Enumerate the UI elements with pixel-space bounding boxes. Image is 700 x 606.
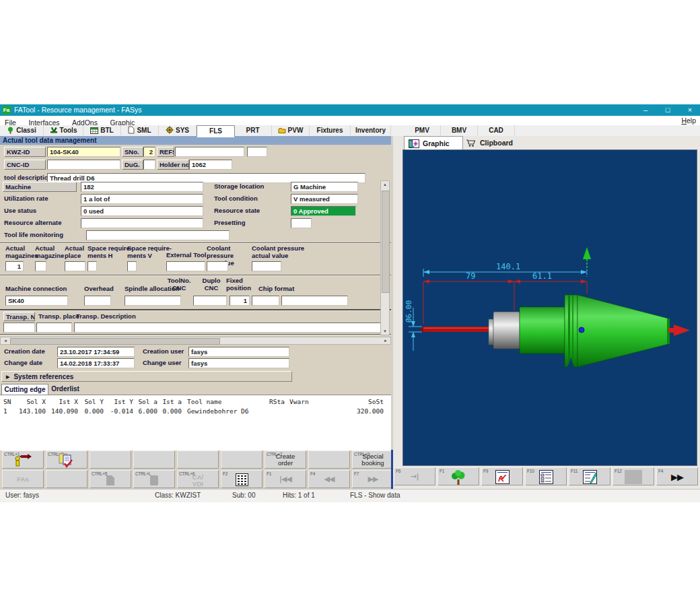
- tab-cad[interactable]: CAD: [478, 125, 515, 135]
- tab-sys[interactable]: SYS: [159, 125, 197, 135]
- button-copy-booking[interactable]: CTRL+2: [46, 450, 88, 469]
- close-button[interactable]: ×: [680, 104, 700, 116]
- presetting-input[interactable]: [291, 218, 312, 228]
- document-report-button[interactable]: F9: [481, 467, 523, 485]
- cnc-id-label-button[interactable]: CNC-ID: [4, 160, 46, 170]
- tab-inventory[interactable]: Inventory: [351, 125, 391, 135]
- use-status-input[interactable]: 0 used: [81, 206, 203, 216]
- col-ist-a[interactable]: Ist a: [158, 398, 182, 407]
- actual-place-input[interactable]: [65, 261, 85, 271]
- toolbar-button-empty[interactable]: [133, 450, 175, 469]
- scroll-down-icon[interactable]: ▼: [381, 329, 389, 333]
- toolbar-button-empty[interactable]: [308, 450, 350, 469]
- document-list-button[interactable]: F10: [525, 467, 567, 485]
- previous-record-button[interactable]: F4◀◀: [308, 470, 350, 488]
- holder-no-input[interactable]: 1062: [189, 160, 232, 170]
- next-record-button[interactable]: F7▶▶: [352, 470, 394, 488]
- scroll-right-icon[interactable]: ►: [382, 339, 390, 343]
- serial-no-label-button[interactable]: SNo.: [122, 147, 143, 157]
- transp-description-input[interactable]: [74, 323, 386, 333]
- table-view-button[interactable]: F2: [221, 470, 262, 488]
- transp-no-input[interactable]: [3, 323, 35, 333]
- document-edit-button[interactable]: F11: [569, 467, 610, 485]
- col-sol-a[interactable]: Sol a: [133, 398, 158, 407]
- col-ist-y[interactable]: Ist Y: [104, 398, 133, 407]
- scrollbar-thumb[interactable]: [382, 191, 390, 293]
- horizontal-scrollbar[interactable]: ◄ ►: [0, 337, 391, 345]
- space-requirements-h-input[interactable]: [88, 261, 97, 271]
- blank-button[interactable]: F12: [612, 467, 654, 485]
- tab-bmv[interactable]: BMV: [441, 125, 478, 135]
- document-button[interactable]: CTRL+L: [133, 470, 175, 488]
- tab-btl[interactable]: BTL: [83, 125, 121, 135]
- table-row[interactable]: 1 143.100 140.090 0.000 -0.014 6.000 0.0…: [0, 407, 391, 416]
- col-sol-y[interactable]: Sol Y: [78, 398, 104, 407]
- creation-user-input[interactable]: fasys: [188, 347, 289, 357]
- transp-no-label-button[interactable]: Transp. No.: [3, 312, 35, 321]
- holder-no-label-button[interactable]: Holder no.: [157, 160, 189, 170]
- tab-fixtures[interactable]: Fixtures: [310, 125, 351, 135]
- refs-extra-input[interactable]: [247, 147, 267, 157]
- document-button[interactable]: CTRL+5: [90, 470, 131, 488]
- serial-no-input[interactable]: 2: [143, 147, 155, 157]
- tab-tools[interactable]: Tools: [44, 125, 83, 135]
- tab-fls[interactable]: FLS: [197, 125, 235, 137]
- duplo-cnc-input[interactable]: 1: [230, 296, 250, 306]
- external-tool-input[interactable]: [166, 261, 205, 271]
- fas-button[interactable]: FAs: [2, 470, 44, 488]
- storage-location-input[interactable]: G Machine: [291, 182, 358, 192]
- fast-forward-button[interactable]: F4▶▶: [656, 467, 698, 485]
- dug-label-button[interactable]: DuG.: [122, 160, 143, 170]
- scroll-up-icon[interactable]: ▲: [381, 182, 389, 187]
- col-sost[interactable]: SoSt: [318, 398, 384, 407]
- toolbar-button-empty[interactable]: [90, 450, 131, 469]
- ca-vdi-button[interactable]: CTRL+6CA/ VDI: [177, 470, 219, 488]
- coolant-pressure-set-input[interactable]: [207, 261, 228, 271]
- vertical-scrollbar[interactable]: ▲ ▼: [380, 180, 390, 335]
- toolbar-button-empty[interactable]: [221, 450, 262, 469]
- button-tool-person[interactable]: CTRL+1: [2, 450, 44, 469]
- refs-button[interactable]: REFS: [157, 147, 174, 157]
- tab-clipboard[interactable]: Clipboard: [462, 136, 524, 149]
- transp-place-input[interactable]: [36, 323, 72, 333]
- tab-cutting-edge[interactable]: Cutting edge: [1, 384, 48, 395]
- space-requirements-v-input[interactable]: [127, 261, 137, 271]
- tab-graphic[interactable]: Graphic: [404, 136, 463, 150]
- tab-pmv[interactable]: PMV: [404, 125, 441, 135]
- overhead-input[interactable]: [84, 296, 111, 306]
- kwz-id-label-button[interactable]: KWZ-ID: [4, 147, 46, 157]
- actual-magazines-input[interactable]: 1: [5, 261, 24, 271]
- actual-magazine-input[interactable]: [35, 261, 46, 271]
- tab-prt[interactable]: PRT: [234, 125, 272, 135]
- machine-connection-input[interactable]: SK40: [5, 296, 68, 306]
- fixed-position-input[interactable]: [252, 296, 279, 306]
- resource-state-badge[interactable]: 0 Approved: [291, 206, 356, 216]
- coolant-pressure-actual-input[interactable]: [252, 261, 281, 271]
- chip-format-input[interactable]: [281, 296, 348, 306]
- resource-alternate-input[interactable]: [81, 218, 203, 228]
- tab-classi[interactable]: Classi: [0, 125, 44, 135]
- col-vwarn[interactable]: Vwarn: [289, 398, 318, 407]
- col-rsta[interactable]: RSta: [269, 398, 289, 407]
- classification-tree-button[interactable]: F1: [438, 467, 479, 485]
- cnc-id-input[interactable]: [47, 160, 120, 170]
- tab-sml[interactable]: SML: [121, 125, 159, 135]
- first-record-button[interactable]: F1|◀◀: [265, 470, 306, 488]
- tab-pvw[interactable]: PVW: [272, 125, 310, 135]
- refs-input[interactable]: [175, 147, 244, 157]
- col-tool-name[interactable]: Tool name: [187, 398, 269, 407]
- create-order-button[interactable]: CTRL+7Create order: [265, 450, 306, 469]
- creation-date-input[interactable]: 23.10.2017 17:34:59: [57, 347, 135, 357]
- toolno-cnc-input[interactable]: [193, 296, 227, 306]
- menu-help[interactable]: Help: [681, 116, 696, 125]
- special-booking-button[interactable]: CTRL+9Special booking: [352, 450, 394, 469]
- dug-input[interactable]: [143, 160, 155, 170]
- spindle-allocation-input[interactable]: [125, 296, 181, 306]
- machine-label-button[interactable]: Machine: [3, 182, 77, 192]
- col-sol-x[interactable]: Sol X: [17, 398, 46, 407]
- scroll-left-icon[interactable]: ◄: [1, 339, 9, 343]
- maximize-button[interactable]: □: [658, 104, 678, 116]
- change-date-input[interactable]: 14.02.2018 17:33:37: [57, 358, 135, 368]
- utilization-rate-input[interactable]: 1 a lot of: [81, 194, 203, 204]
- system-references-expander[interactable]: ▶System references: [1, 371, 292, 382]
